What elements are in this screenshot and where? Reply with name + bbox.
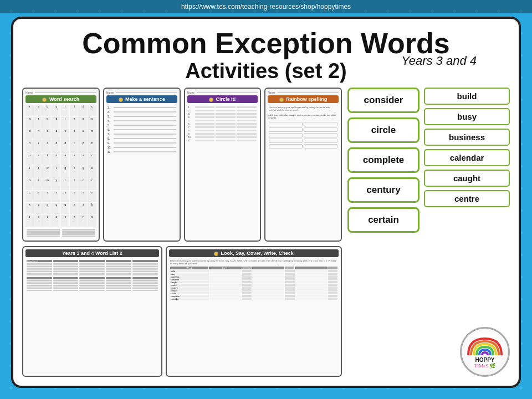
right-word-section: build busy business calendar caught cent… [424,88,510,377]
worksheet-word-search: Name Word search rabuildc aredinoc dnsav… [22,88,100,242]
years-label: Years 3 and 4 [401,54,477,68]
word-badge-calendar: calendar [424,149,510,166]
word-badge-business: business [424,129,510,146]
worksheets-bottom: Years 3 and 4 Word List 2 Word list 2 [22,246,342,377]
worksheet-circle-it: Name Circle it! 1. [184,88,262,242]
worksheet-word-list: Years 3 and 4 Word List 2 Word list 2 [22,246,162,377]
url-bar: https://www.tes.com/teaching-resources/s… [0,0,532,13]
word-badge-century: century [347,177,420,203]
word-badge-consider: consider [347,88,420,113]
word-badge-circle: circle [347,117,420,143]
word-badge-caught: caught [424,170,510,187]
worksheets-top: Name Word search rabuildc aredinoc dnsav… [22,88,342,242]
content-area: Name Word search rabuildc aredinoc dnsav… [22,88,510,377]
hoppy-name: HOPPY [475,357,494,363]
word-badge-busy: busy [424,108,510,125]
ws-title-word-search: Word search [25,95,96,103]
ws-title-look-say: Look, Say, Cover, Write, Check [169,249,339,257]
worksheet-rainbow-spelling: Name Rainbow spelling Practice learning … [264,88,342,242]
hoppy-times-logo: HOPPY TIMeS 🌿 [460,327,510,377]
header: Common Exception Words Activities (set 2… [22,28,510,83]
worksheets-area: Name Word search rabuildc aredinoc dnsav… [22,88,342,377]
word-badge-complete: complete [347,147,420,173]
hoppy-times-text: TIMeS 🌿 [474,363,496,369]
url-text: https://www.tes.com/teaching-resources/s… [181,3,351,11]
rainbow-icon [466,336,504,357]
word-badge-certain: certain [347,207,420,233]
left-word-panel: consider circle complete century certain [347,88,420,377]
ws-title-rainbow-spelling: Rainbow spelling [268,95,339,103]
main-card: Common Exception Words Activities (set 2… [11,17,521,388]
subtitle-row: Activities (set 2) Years 3 and 4 [22,59,510,83]
ws-title-make-sentence: Make a sentence [106,95,177,103]
word-badge-centre: centre [424,190,510,207]
worksheet-look-say: Look, Say, Cover, Write, Check Practice … [166,246,342,377]
ws-title-circle-it: Circle it! [187,95,258,103]
ws-grid: rabuildc aredinoc dnsavcum nicddtpn usin… [25,105,96,227]
ws-title-word-list: Years 3 and 4 Word List 2 [25,249,159,257]
subtitle: Activities (set 2) [185,59,346,83]
word-badge-build: build [424,88,510,105]
right-panel: consider circle complete century certain… [347,88,510,377]
worksheet-make-sentence: Name Make a sentence 1. 2. 3. 4. 5. 6. [103,88,181,242]
